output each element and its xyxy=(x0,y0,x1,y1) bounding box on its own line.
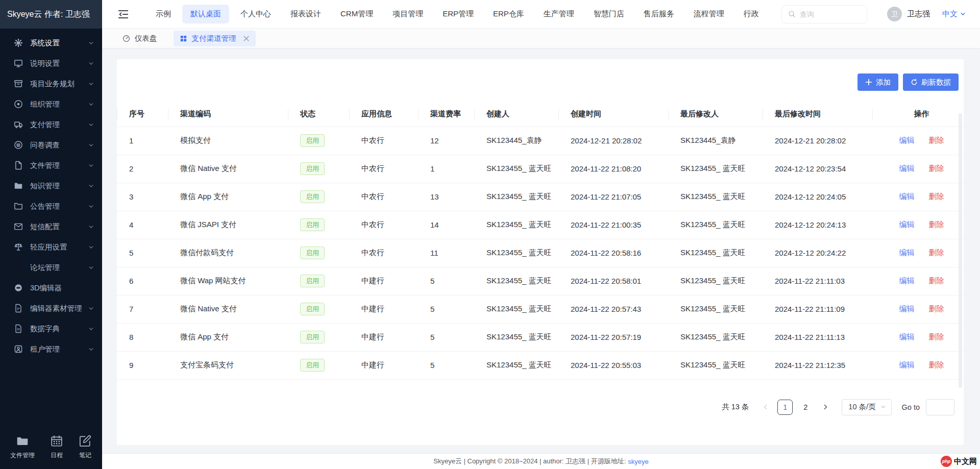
edit-link[interactable]: 编辑 xyxy=(899,136,914,144)
status-badge: 启用 xyxy=(300,359,325,372)
next-page-button[interactable] xyxy=(818,400,832,414)
sidebar-item[interactable]: 论坛管理 xyxy=(0,257,102,278)
cell-modified-time: 2024-11-22 21:11:13 xyxy=(763,323,872,351)
cell-rate: 5 xyxy=(418,323,474,351)
goto-page-input[interactable] xyxy=(926,399,954,415)
page-number-button[interactable]: 1 xyxy=(777,400,793,415)
delete-link[interactable]: 删除 xyxy=(929,192,944,201)
add-button[interactable]: 添加 xyxy=(857,73,898,91)
delete-link[interactable]: 删除 xyxy=(929,248,944,257)
nav-tab[interactable]: 示例 xyxy=(148,5,179,23)
sidebar-shortcut[interactable]: 文件管理 xyxy=(10,434,35,460)
folder-fill-icon xyxy=(14,181,23,190)
edit-link[interactable]: 编辑 xyxy=(899,220,914,229)
nav-tab[interactable]: CRM管理 xyxy=(332,5,381,23)
prev-page-button[interactable] xyxy=(758,400,772,414)
page-size-select[interactable]: 10 条/页 xyxy=(842,399,891,415)
table-row: 8 微信 App 支付 启用 中建行 5 SK123455_ 蓝天旺 2024-… xyxy=(117,323,964,351)
cell-modified-time: 2024-11-22 21:12:35 xyxy=(763,351,872,379)
chevron-down-icon xyxy=(88,306,94,311)
sidebar-item[interactable]: 租户管理 xyxy=(0,339,102,359)
cell-created-time: 2024-12-21 20:28:02 xyxy=(558,127,668,155)
cell-app-info: 中农行 xyxy=(349,155,418,183)
page-number-button[interactable]: 2 xyxy=(798,400,813,415)
php-cn-watermark: php 中文网 xyxy=(941,456,977,467)
sidebar-shortcuts: 文件管理 日程 笔记 xyxy=(0,434,102,469)
cell-app-info: 中农行 xyxy=(349,211,418,239)
nav-tab[interactable]: 项目管理 xyxy=(384,5,431,23)
sidebar-item[interactable]: 轻应用设置 xyxy=(0,237,102,257)
nav-tab[interactable]: 个人中心 xyxy=(232,5,279,23)
page-tab[interactable]: 仪表盘 xyxy=(117,31,162,46)
delete-link[interactable]: 删除 xyxy=(929,304,944,313)
delete-link[interactable]: 删除 xyxy=(929,360,944,369)
sidebar-item[interactable]: R 数据字典 xyxy=(0,318,102,339)
page-tab[interactable]: 支付渠道管理 xyxy=(174,31,256,46)
nav-tab[interactable]: 报表设计 xyxy=(282,5,329,23)
delete-link[interactable]: 删除 xyxy=(929,220,944,229)
sidebar-item[interactable]: 组织管理 xyxy=(0,94,102,114)
sidebar-shortcut[interactable]: 日程 xyxy=(50,434,63,460)
pagination: 共 13 条 1 2 10 条/页 xyxy=(117,399,964,415)
nav-tab[interactable]: 售后服务 xyxy=(635,5,682,23)
disc-icon xyxy=(14,100,23,109)
note-icon xyxy=(79,434,92,448)
nav-tab[interactable]: 行政 xyxy=(736,5,767,23)
search-box[interactable] xyxy=(781,5,867,23)
footer-skyeye-link[interactable]: skyeye xyxy=(628,458,648,465)
nav-tab[interactable]: 生产管理 xyxy=(535,5,582,23)
edit-link[interactable]: 编辑 xyxy=(899,276,914,285)
cell-modifier: SK123455_ 蓝天旺 xyxy=(668,239,763,267)
sidebar-item[interactable]: 问卷调查 xyxy=(0,135,102,155)
sidebar-item[interactable]: P 编辑器素材管理 xyxy=(0,298,102,318)
table-scrollbar[interactable] xyxy=(959,113,962,388)
column-header: 渠道费率 xyxy=(418,102,474,127)
top-nav-tabs: 示例 默认桌面 个人中心 报表设计 CRM管理 项目管理 ERP管理 ERP仓库… xyxy=(148,5,770,23)
sidebar-item[interactable]: 文件管理 xyxy=(0,155,102,176)
table-card: 添加 刷新数据 xyxy=(117,59,964,445)
goto-label: Go to xyxy=(902,403,920,411)
sidebar-item[interactable]: 知识管理 xyxy=(0,176,102,196)
sidebar-item[interactable]: 3D编辑器 xyxy=(0,278,102,298)
sidebar-item[interactable]: 公告管理 xyxy=(0,196,102,216)
edit-link[interactable]: 编辑 xyxy=(899,360,914,369)
nav-tab[interactable]: 智慧门店 xyxy=(585,5,632,23)
search-input[interactable] xyxy=(800,10,861,18)
search-icon xyxy=(788,10,796,18)
close-tab-icon[interactable] xyxy=(243,35,250,42)
nav-tab[interactable]: ERP仓库 xyxy=(485,5,532,23)
cell-channel-code: 微信 Native 支付 xyxy=(168,295,288,323)
delete-link[interactable]: 删除 xyxy=(929,164,944,172)
delete-link[interactable]: 删除 xyxy=(929,276,944,285)
user-name: 卫志强 xyxy=(907,9,930,19)
sidebar-item[interactable]: 短信配置 xyxy=(0,216,102,237)
nav-tab[interactable]: 流程管理 xyxy=(685,5,732,23)
refresh-button[interactable]: 刷新数据 xyxy=(903,73,959,91)
top-header: 示例 默认桌面 个人中心 报表设计 CRM管理 项目管理 ERP管理 ERP仓库… xyxy=(102,0,980,29)
gear-icon xyxy=(14,38,23,47)
sidebar-item[interactable]: 项目业务规划 xyxy=(0,73,102,94)
sidebar-item-label: 3D编辑器 xyxy=(30,283,94,293)
menu-fold-icon[interactable] xyxy=(117,9,129,19)
sidebar-item[interactable]: 支付管理 xyxy=(0,114,102,135)
delete-link[interactable]: 删除 xyxy=(929,136,944,144)
language-selector[interactable]: 中文 xyxy=(942,9,966,19)
avatar[interactable]: 卫 xyxy=(887,7,902,21)
sidebar-item[interactable]: 系统设置 xyxy=(0,33,102,53)
cell-rate: 5 xyxy=(418,295,474,323)
edit-link[interactable]: 编辑 xyxy=(899,248,914,257)
cell-index: 5 xyxy=(117,239,168,267)
edit-link[interactable]: 编辑 xyxy=(899,192,914,201)
refresh-icon xyxy=(911,79,918,86)
delete-link[interactable]: 删除 xyxy=(929,332,944,341)
nav-tab[interactable]: ERP管理 xyxy=(434,5,482,23)
edit-link[interactable]: 编辑 xyxy=(899,304,914,313)
php-logo-icon: php xyxy=(941,456,952,467)
cell-rate: 5 xyxy=(418,267,474,295)
table-row: 9 支付宝条码支付 启用 中建行 5 SK123455_ 蓝天旺 2024-11… xyxy=(117,351,964,379)
sidebar-shortcut[interactable]: 笔记 xyxy=(79,434,92,460)
edit-link[interactable]: 编辑 xyxy=(899,332,914,341)
sidebar-item[interactable]: 说明设置 xyxy=(0,53,102,73)
edit-link[interactable]: 编辑 xyxy=(899,164,914,172)
nav-tab[interactable]: 默认桌面 xyxy=(182,5,229,23)
